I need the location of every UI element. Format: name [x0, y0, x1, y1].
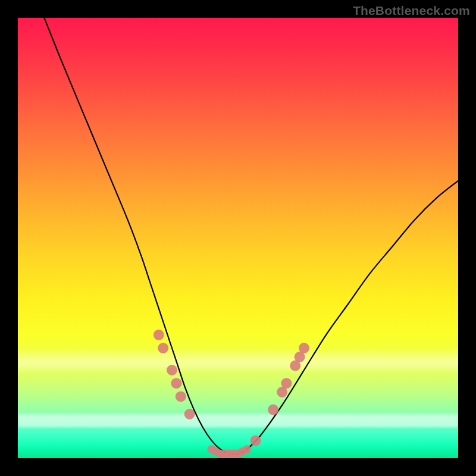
marker-point [176, 391, 186, 402]
watermark-text: TheBottleneck.com [353, 4, 470, 18]
chart-frame: TheBottleneck.com [0, 0, 476, 476]
marker-point [243, 445, 251, 453]
marker-point [281, 378, 292, 389]
marker-point [158, 343, 168, 353]
marker-point [184, 409, 195, 419]
marker-point [268, 405, 278, 415]
plot-area [18, 18, 458, 458]
marker-point [171, 378, 181, 389]
curve-svg [18, 18, 458, 458]
marker-group [154, 330, 309, 458]
marker-point [250, 435, 261, 446]
marker-point [154, 330, 164, 340]
bottleneck-curve [44, 18, 458, 455]
marker-point [167, 365, 177, 375]
marker-point [299, 343, 309, 353]
